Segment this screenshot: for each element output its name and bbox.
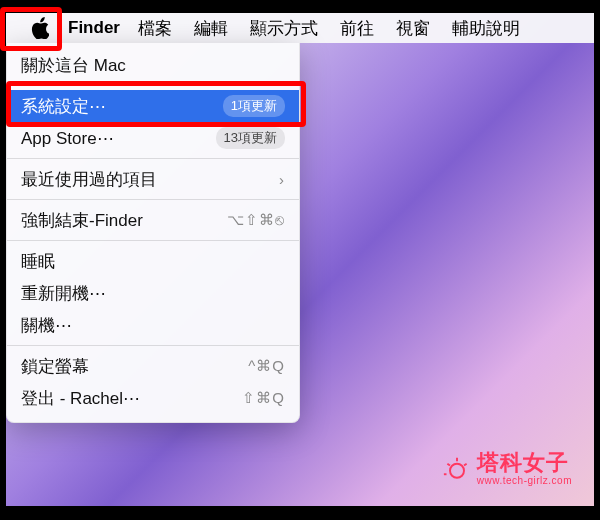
menu-lock-screen[interactable]: 鎖定螢幕 ^⌘Q xyxy=(7,350,299,382)
menu-label: 重新開機⋯ xyxy=(21,282,106,305)
menu-logout[interactable]: 登出 - Rachel⋯ ⇧⌘Q xyxy=(7,382,299,414)
menu-label: 睡眠 xyxy=(21,250,55,273)
menu-label: 強制結束-Finder xyxy=(21,209,143,232)
keyboard-shortcut: ^⌘Q xyxy=(248,357,285,375)
menu-label: 登出 - Rachel⋯ xyxy=(21,387,140,410)
menu-label: 關於這台 Mac xyxy=(21,54,126,77)
chevron-right-icon: › xyxy=(279,171,285,188)
apple-menu-icon[interactable] xyxy=(16,13,64,43)
svg-line-3 xyxy=(464,464,467,466)
menu-restart[interactable]: 重新開機⋯ xyxy=(7,277,299,309)
desktop-area: Finder 檔案 編輯 顯示方式 前往 視窗 輔助說明 關於這台 Mac 系統… xyxy=(6,13,594,506)
menu-label: 鎖定螢幕 xyxy=(21,355,89,378)
menubar-item-view[interactable]: 顯示方式 xyxy=(250,17,318,40)
menu-about-this-mac[interactable]: 關於這台 Mac xyxy=(7,49,299,81)
keyboard-shortcut: ⇧⌘Q xyxy=(242,389,285,407)
update-badge: 13項更新 xyxy=(216,127,285,149)
menubar-item-help[interactable]: 輔助說明 xyxy=(452,17,520,40)
menu-force-quit[interactable]: 強制結束-Finder ⌥⇧⌘⎋ xyxy=(7,204,299,236)
menu-separator xyxy=(7,199,299,200)
menu-recent-items[interactable]: 最近使用過的項目 › xyxy=(7,163,299,195)
menubar-item-go[interactable]: 前往 xyxy=(340,17,374,40)
menu-label: App Store⋯ xyxy=(21,128,114,149)
menubar-item-window[interactable]: 視窗 xyxy=(396,17,430,40)
menu-sleep[interactable]: 睡眠 xyxy=(7,245,299,277)
menu-label: 關機⋯ xyxy=(21,314,72,337)
update-badge: 1項更新 xyxy=(223,95,285,117)
lightbulb-icon xyxy=(443,455,471,483)
menu-separator xyxy=(7,240,299,241)
svg-point-0 xyxy=(450,464,464,478)
menubar: Finder 檔案 編輯 顯示方式 前往 視窗 輔助說明 xyxy=(6,13,594,43)
menubar-item-edit[interactable]: 編輯 xyxy=(194,17,228,40)
menu-separator xyxy=(7,85,299,86)
menu-shutdown[interactable]: 關機⋯ xyxy=(7,309,299,341)
menu-label: 最近使用過的項目 xyxy=(21,168,157,191)
watermark-title: 塔科女子 xyxy=(477,452,572,474)
menu-system-settings[interactable]: 系統設定⋯ 1項更新 xyxy=(7,90,299,122)
menu-app-store[interactable]: App Store⋯ 13項更新 xyxy=(7,122,299,154)
menu-label: 系統設定⋯ xyxy=(21,95,106,118)
watermark: 塔科女子 www.tech-girlz.com xyxy=(443,452,572,486)
apple-menu-dropdown: 關於這台 Mac 系統設定⋯ 1項更新 App Store⋯ 13項更新 最近使… xyxy=(6,43,300,423)
menu-separator xyxy=(7,158,299,159)
svg-line-2 xyxy=(447,464,450,466)
keyboard-shortcut: ⌥⇧⌘⎋ xyxy=(227,211,285,229)
menubar-app-name[interactable]: Finder xyxy=(68,18,120,38)
watermark-url: www.tech-girlz.com xyxy=(477,476,572,486)
menu-separator xyxy=(7,345,299,346)
menubar-item-file[interactable]: 檔案 xyxy=(138,17,172,40)
